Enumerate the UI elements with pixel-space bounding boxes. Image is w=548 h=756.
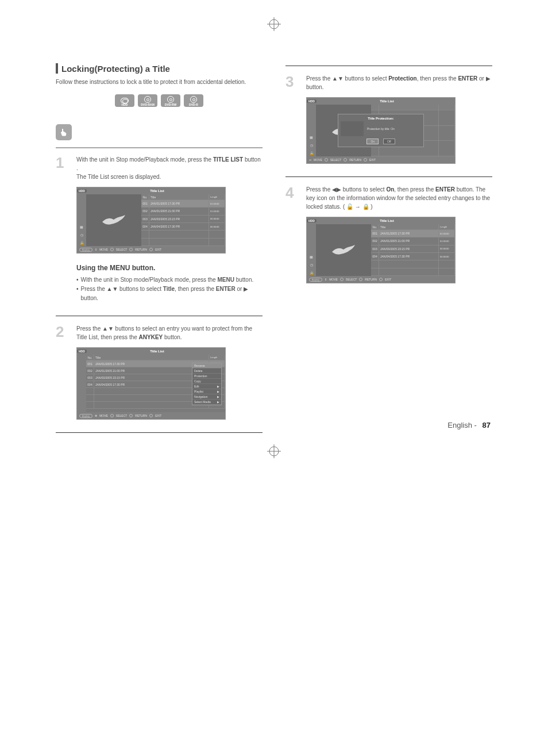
protection-off-button: Off: [383, 139, 395, 144]
unlock-icon: 🔓: [79, 240, 84, 245]
menu-playlist: Playlist▶: [192, 389, 221, 394]
calendar-icon: ▦: [309, 254, 314, 259]
badge-dvd-ram: DVD-RAM: [138, 94, 157, 107]
menu-copy: Copy: [192, 379, 221, 384]
registration-mark-bottom: [267, 444, 281, 458]
media-badges: HDD DVD-RAM DVD-RW DVD-R: [56, 94, 263, 107]
step-number: 2: [56, 324, 71, 341]
clock-icon: ◷: [79, 232, 84, 237]
step-text: Press the ▲▼ buttons to select Protectio…: [306, 74, 492, 91]
screenshot-anykey-menu: HDDTitle List No.TitleLength 001JAN/01/2…: [76, 347, 226, 420]
manual-page: Locking(Protecting) a Title Follow these…: [56, 0, 492, 464]
step-text: With the unit in Stop mode/Playback mode…: [76, 155, 263, 181]
title-accent-bar: [56, 63, 58, 74]
divider: [56, 432, 263, 433]
step-number: 1: [56, 155, 71, 181]
rule: [56, 147, 263, 148]
calendar-icon: ▦: [79, 224, 84, 229]
step-number: 3: [285, 74, 300, 91]
divider: [56, 316, 263, 316]
page-footer: English - 87: [447, 421, 491, 429]
step-number: 4: [285, 185, 300, 211]
menu-navigation: Navigation▶: [192, 394, 221, 400]
clock-icon: ◷: [309, 262, 314, 267]
screenshot-protection-dialog: HDDTitle List ▦ ◷ 🔓: [306, 97, 456, 164]
badge-dvd-rw: DVD-RW: [161, 94, 180, 107]
dialog-thumbnail: [341, 121, 364, 136]
step-text: Press the ◀▶ buttons to select On, then …: [306, 185, 492, 211]
anykey-pill: Anykey: [79, 248, 92, 252]
screenshot-title-list: HDDTitle List ▦ ◷ 🔓 No.TitleLength 001: [76, 187, 226, 254]
step-1: 1 With the unit in Stop mode/Playback mo…: [56, 155, 263, 181]
menu-protection: Protection: [192, 374, 221, 379]
preview-thumbnail: [316, 224, 371, 276]
right-column: 3 Press the ▲▼ buttons to select Protect…: [285, 63, 492, 441]
calendar-icon: ▦: [309, 135, 314, 139]
hand-icon: [56, 124, 72, 140]
context-menu: Rename Delete Protection Copy Edit▶ Play…: [192, 363, 222, 405]
unlock-icon: 🔓: [309, 151, 314, 155]
menu-rename: Rename: [192, 363, 221, 369]
badge-dvd-r: DVD-R: [184, 94, 203, 107]
divider: [285, 176, 492, 177]
screenshot-locked-result: HDDTitle List ▦ ◷ 🔒 No.TitleLength 001: [306, 217, 456, 283]
protection-on-button: On: [366, 139, 379, 144]
divider: [285, 66, 492, 66]
menu-edit: Edit▶: [192, 384, 221, 389]
lock-icon: 🔒: [309, 270, 314, 275]
step-4: 4 Press the ◀▶ buttons to select On, the…: [285, 185, 492, 211]
section-intro: Follow these instructions to lock a titl…: [56, 78, 263, 86]
preview-thumbnail: [86, 194, 141, 246]
menu-delete: Delete: [192, 369, 221, 374]
step-3: 3 Press the ▲▼ buttons to select Protect…: [285, 74, 492, 91]
badge-hdd: HDD: [115, 94, 134, 107]
menu-select-media: Select Media▶: [192, 400, 221, 405]
section-title: Locking(Protecting) a Title: [61, 64, 170, 74]
using-title: Using the MENU button.: [76, 264, 263, 272]
clock-icon: ◷: [309, 143, 314, 147]
step-text: Press the ▲▼ buttons to select an entry …: [76, 324, 263, 341]
left-column: Locking(Protecting) a Title Follow these…: [56, 63, 263, 441]
protection-dialog: Title Protection: Protection by title: O…: [338, 114, 424, 147]
step-2: 2 Press the ▲▼ buttons to select an entr…: [56, 324, 263, 341]
using-menu-note: Using the MENU button. •With the unit in…: [76, 264, 263, 303]
section-header: Locking(Protecting) a Title: [56, 63, 263, 74]
